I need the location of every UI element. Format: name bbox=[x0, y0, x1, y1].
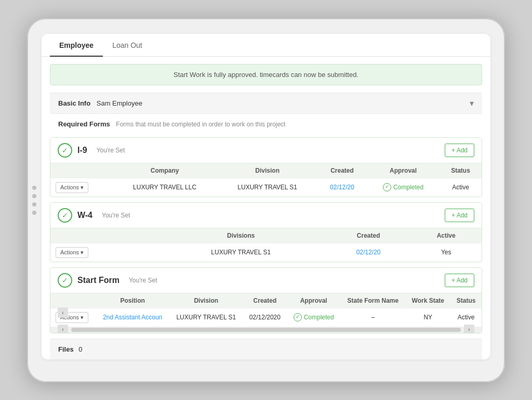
sf-status-val: Active bbox=[450, 308, 482, 327]
basic-info-left: Basic Info Sam Employee bbox=[58, 99, 142, 107]
sf-row: ‹ Actions ▾ 2nd Assistant Accoun LUXURY … bbox=[50, 308, 482, 327]
form-section-i9: ✓ I-9 You're Set + Add Company Division … bbox=[50, 137, 482, 197]
basic-info-name: Sam Employee bbox=[97, 99, 142, 107]
start-form-check-icon: ✓ bbox=[58, 273, 72, 288]
w4-created[interactable]: 02/12/20 bbox=[356, 249, 381, 256]
sf-position[interactable]: 2nd Assistant Accoun bbox=[103, 314, 162, 321]
banner-text: Start Work is fully approved. timecards … bbox=[174, 71, 358, 79]
w4-actions-button[interactable]: Actions ▾ bbox=[56, 247, 88, 258]
sf-created: 02/12/2020 bbox=[243, 308, 287, 327]
tabs-bar: Employee Loan Out bbox=[42, 34, 490, 57]
sf-work-state: NY bbox=[405, 308, 450, 327]
w4-col-created: Created bbox=[326, 228, 411, 243]
tablet-dot-1 bbox=[32, 186, 36, 190]
i9-approval: Completed bbox=[372, 183, 434, 191]
w4-name: W-4 bbox=[77, 211, 92, 220]
required-forms-subtitle: Forms that must be completed in order to… bbox=[116, 121, 285, 128]
i9-table: Company Division Created Approval Status… bbox=[50, 163, 482, 197]
start-form-name: Start Form bbox=[77, 276, 119, 285]
i9-created[interactable]: 02/12/20 bbox=[330, 184, 354, 191]
i9-col-actions bbox=[50, 163, 112, 178]
w4-division: LUXURY TRAVEL S1 bbox=[156, 243, 326, 262]
sf-division: LUXURY TRAVEL S1 bbox=[169, 308, 243, 327]
sf-col-division: Division bbox=[169, 293, 243, 308]
w4-status: You're Set bbox=[102, 212, 130, 219]
files-bar[interactable]: Files 0 bbox=[50, 339, 482, 359]
i9-left: ✓ I-9 You're Set bbox=[58, 143, 125, 158]
files-label: Files bbox=[58, 345, 74, 353]
w4-active-val: Yes bbox=[410, 243, 482, 262]
i9-col-company: Company bbox=[112, 163, 218, 178]
w4-header: ✓ W-4 You're Set + Add bbox=[50, 203, 482, 228]
i9-name: I-9 bbox=[77, 146, 87, 155]
sf-state-form-name: – bbox=[340, 308, 405, 327]
files-count: 0 bbox=[78, 345, 82, 353]
i9-company: LUXURY TRAVEL LLC bbox=[112, 178, 218, 197]
tab-employee[interactable]: Employee bbox=[50, 34, 103, 57]
content-area: Employee Loan Out Start Work is fully ap… bbox=[42, 34, 490, 359]
i9-col-approval: Approval bbox=[367, 163, 440, 178]
tab-loan-out[interactable]: Loan Out bbox=[103, 34, 152, 57]
form-section-w4: ✓ W-4 You're Set + Add Divisions Created… bbox=[50, 202, 482, 262]
i9-status-val: Active bbox=[440, 178, 482, 197]
sf-approval: Completed bbox=[292, 313, 335, 321]
scroll-left-btn[interactable]: ‹ bbox=[58, 325, 68, 333]
i9-check-icon: ✓ bbox=[58, 143, 72, 158]
tablet-dot-2 bbox=[32, 194, 36, 198]
required-forms-title: Required Forms bbox=[58, 120, 110, 128]
start-form-table-wrapper: Position Division Created Approval State… bbox=[50, 293, 482, 333]
i9-row: Actions ▾ LUXURY TRAVEL LLC LUXURY TRAVE… bbox=[50, 178, 482, 197]
i9-status: You're Set bbox=[97, 147, 125, 154]
i9-actions-button[interactable]: Actions ▾ bbox=[56, 182, 88, 193]
start-form-status: You're Set bbox=[129, 277, 157, 284]
scrollbar-track[interactable] bbox=[71, 328, 461, 332]
sf-col-work-state: Work State bbox=[405, 293, 450, 308]
required-forms-header: Required Forms Forms that must be comple… bbox=[50, 114, 482, 132]
sf-col-actions bbox=[50, 293, 96, 308]
w4-row: Actions ▾ LUXURY TRAVEL S1 02/12/20 Yes bbox=[50, 243, 482, 262]
w4-add-button[interactable]: + Add bbox=[445, 209, 474, 222]
start-form-left: ✓ Start Form You're Set bbox=[58, 273, 157, 288]
basic-info-label: Basic Info bbox=[58, 99, 90, 107]
tablet-dot-3 bbox=[32, 202, 36, 207]
chevron-down-icon: ▾ bbox=[470, 98, 474, 108]
sf-col-state-form: State Form Name bbox=[340, 293, 405, 308]
w4-col-divisions: Divisions bbox=[156, 228, 326, 243]
start-form-header: ✓ Start Form You're Set + Add bbox=[50, 268, 482, 293]
basic-info-bar[interactable]: Basic Info Sam Employee ▾ bbox=[50, 93, 482, 114]
sf-col-status: Status bbox=[450, 293, 482, 308]
i9-col-status: Status bbox=[440, 163, 482, 178]
start-form-table: Position Division Created Approval State… bbox=[50, 293, 482, 327]
sf-col-position: Position bbox=[96, 293, 169, 308]
w4-check-icon: ✓ bbox=[58, 208, 72, 223]
tablet-frame: Employee Loan Out Start Work is fully ap… bbox=[27, 18, 505, 382]
tablet-dot-4 bbox=[32, 211, 36, 215]
sf-col-created: Created bbox=[243, 293, 287, 308]
scroll-left-icon[interactable]: ‹ bbox=[58, 307, 68, 318]
i9-add-button[interactable]: + Add bbox=[445, 144, 474, 157]
approval-banner: Start Work is fully approved. timecards … bbox=[50, 64, 482, 85]
i9-header: ✓ I-9 You're Set + Add bbox=[50, 138, 482, 163]
i9-col-division: Division bbox=[218, 163, 317, 178]
scroll-bar-row: ‹ › bbox=[50, 327, 482, 333]
start-form-add-button[interactable]: + Add bbox=[445, 274, 474, 287]
i9-col-created: Created bbox=[317, 163, 367, 178]
w4-left: ✓ W-4 You're Set bbox=[58, 208, 130, 223]
sf-col-approval: Approval bbox=[287, 293, 340, 308]
form-section-start-form: ✓ Start Form You're Set + Add Position D… bbox=[50, 267, 482, 333]
w4-table: Divisions Created Active Actions ▾ LUXUR… bbox=[50, 228, 482, 262]
tablet-dots bbox=[32, 186, 36, 215]
i9-division: LUXURY TRAVEL S1 bbox=[218, 178, 317, 197]
w4-col-actions bbox=[50, 228, 156, 243]
scroll-right-btn[interactable]: › bbox=[464, 325, 474, 333]
w4-col-active: Active bbox=[410, 228, 482, 243]
